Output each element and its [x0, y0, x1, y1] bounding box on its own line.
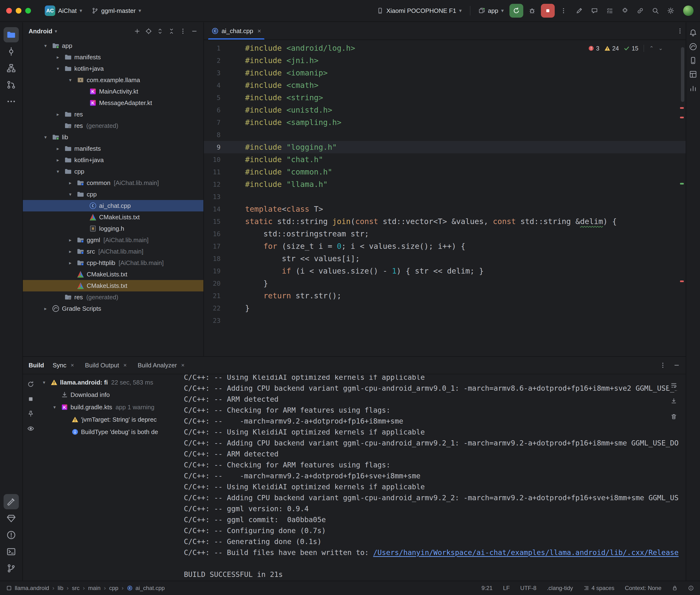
tree-item-manifests[interactable]: ▸ manifests — [23, 51, 203, 63]
commit-tool-button[interactable] — [4, 44, 19, 59]
tree-item-cpp[interactable]: ▾ cpp — [23, 166, 203, 177]
close-tab-icon[interactable]: × — [181, 362, 185, 369]
code-line-14[interactable]: 14 template<class T> — [204, 203, 686, 215]
code-line-5[interactable]: 5 #include <string> — [204, 91, 686, 104]
build-tab-sync[interactable]: Sync × — [51, 357, 76, 374]
context-widget[interactable]: Context: None — [625, 585, 662, 591]
build-console[interactable]: C/C++: -- Using KleidiAI optimized kerne… — [181, 375, 685, 581]
tree-item-kotlin-java[interactable]: ▸ kotlin+java — [23, 154, 203, 166]
tree-item-com-example-llama[interactable]: ▾ com.example.llama — [23, 74, 203, 86]
code-line-23[interactable]: 23 — [204, 314, 686, 327]
tree-item-ggml[interactable]: ▸ ggml [AiChat.lib.main] — [23, 234, 203, 246]
tree-item-app[interactable]: ▾ app — [23, 40, 203, 51]
close-tab-icon[interactable]: × — [123, 362, 127, 369]
main-menu-button[interactable]: AC AiChat ▾ — [41, 4, 86, 18]
chevron-down-icon[interactable]: ▾ — [51, 404, 59, 410]
chevron-down-icon[interactable]: ▾ — [40, 379, 48, 385]
soft-wrap-button[interactable] — [669, 380, 679, 391]
tree-item-src[interactable]: ▸ src [AiChat.lib.main] — [23, 246, 203, 257]
breadcrumb-item-main[interactable]: main — [88, 585, 101, 591]
minimize-window-button[interactable] — [16, 8, 22, 13]
clang-tidy-widget[interactable]: .clang-tidy — [547, 585, 573, 591]
expand-all-button[interactable] — [155, 26, 166, 37]
run-config-selector[interactable]: app ▾ — [475, 4, 508, 18]
tree-item-cmakelists-txt[interactable]: CMakeLists.txt — [23, 211, 203, 223]
code-line-8[interactable]: 8 — [204, 129, 686, 141]
code-line-17[interactable]: 17 for (size_t i = 0; i < values.size();… — [204, 240, 686, 252]
code-line-11[interactable]: 11 #include "common.h" — [204, 166, 686, 178]
hide-build-panel-icon[interactable] — [673, 362, 680, 369]
problems-tool-button[interactable] — [4, 528, 19, 543]
build-tree-item-build-gradle-kts[interactable]: ▾ K build.gradle.kts app 1 warning — [38, 401, 180, 413]
code-line-20[interactable]: 20 } — [204, 277, 686, 289]
build-tab-build-output[interactable]: Build Output × — [84, 357, 128, 374]
build-options-icon[interactable] — [660, 362, 666, 369]
code-line-13[interactable]: 13 — [204, 191, 686, 203]
stop-sync-button[interactable] — [25, 393, 36, 405]
clear-all-button[interactable] — [669, 412, 679, 422]
scrollbar-thumb[interactable] — [681, 47, 684, 102]
terminal-tool-button[interactable] — [4, 544, 19, 559]
line-separator-widget[interactable]: LF — [503, 585, 510, 591]
warnings-chip[interactable]: 24 — [604, 45, 619, 52]
chevron-down-icon[interactable]: ▾ — [66, 77, 74, 83]
code-line-18[interactable]: 18 str << values[i]; — [204, 252, 686, 265]
stripe-mark-error[interactable] — [680, 281, 684, 282]
tree-item-logging-h[interactable]: H logging.h — [23, 223, 203, 234]
code-editor[interactable]: 1 #include <android/log.h> 2 #include <j… — [204, 40, 686, 356]
notifications-tool-button[interactable] — [687, 27, 699, 39]
breadcrumb-item-ai-chat-cpp[interactable]: ai_chat.cpp — [136, 585, 165, 591]
more-tools-tool-button[interactable] — [4, 94, 19, 109]
share-button[interactable] — [633, 4, 647, 18]
build-tree-item-llama-android-fi[interactable]: ▾ llama.android: fi 22 sec, 583 ms — [38, 376, 180, 389]
code-line-15[interactable]: 15 static std::string join(const std::ve… — [204, 215, 686, 228]
pull-requests-tool-button[interactable] — [4, 77, 19, 92]
passed-chip[interactable]: 15 — [623, 45, 638, 52]
chevron-right-icon[interactable]: ▸ — [54, 157, 62, 163]
chevron-right-icon[interactable]: ▸ — [54, 146, 62, 151]
write-access-widget[interactable] — [672, 585, 678, 591]
chevron-down-icon[interactable]: ▾ — [66, 192, 74, 197]
app-inspection-tool-button[interactable] — [4, 511, 19, 526]
chevron-right-icon[interactable]: ▸ — [41, 306, 50, 311]
tree-item-lib[interactable]: ▾ lib — [23, 132, 203, 143]
code-line-12[interactable]: 12 #include "llama.h" — [204, 178, 686, 191]
collapse-all-button[interactable] — [166, 26, 177, 37]
hide-panel-button[interactable] — [189, 26, 200, 37]
ai-chat-button[interactable] — [588, 4, 601, 18]
locate-file-button[interactable] — [143, 26, 155, 37]
ai-edit-button[interactable] — [572, 4, 586, 18]
stripe-mark-success[interactable] — [680, 183, 684, 185]
pin-tab-button[interactable] — [25, 408, 36, 420]
indent-config-widget[interactable]: 4 spaces — [584, 585, 615, 591]
tree-item-ai-chat-cpp[interactable]: C ai_chat.cpp — [23, 200, 203, 211]
breadcrumb-item-llama-android[interactable]: llama.android — [15, 585, 49, 591]
code-line-4[interactable]: 4 #include <cmath> — [204, 79, 686, 91]
chevron-down-icon[interactable]: ▾ — [54, 66, 62, 72]
more-options-button[interactable] — [177, 26, 189, 37]
close-window-button[interactable] — [6, 8, 12, 13]
settings-button[interactable] — [664, 4, 678, 18]
stop-button[interactable] — [541, 4, 555, 18]
structure-tool-button[interactable] — [4, 60, 19, 76]
tree-item-res[interactable]: res (generated) — [23, 120, 203, 132]
run-button[interactable] — [509, 4, 523, 18]
chevron-right-icon[interactable]: ▸ — [66, 249, 74, 254]
close-tab-icon[interactable]: × — [257, 27, 261, 35]
chevron-right-icon[interactable]: ▸ — [54, 54, 62, 60]
vcs-branch-button[interactable]: ggml-master ▾ — [88, 4, 145, 18]
build-tree-item-jvmtarget-string-is-deprec[interactable]: 'jvmTarget: String' is deprec — [38, 413, 180, 426]
inspect-button[interactable] — [25, 423, 36, 434]
breadcrumb-item-lib[interactable]: lib — [58, 585, 63, 591]
tree-item-cpp[interactable]: ▾ cpp — [23, 189, 203, 200]
caret-position-widget[interactable]: 9:21 — [481, 585, 493, 591]
layout-inspector-tool-button[interactable] — [687, 68, 699, 81]
console-file-link[interactable]: /Users/hanyin/Workspace/ai-chat/examples… — [373, 548, 678, 557]
more-run-actions-button[interactable] — [557, 4, 570, 18]
tree-item-cpp-httplib[interactable]: ▸ cpp-httplib [AiChat.lib.main] — [23, 257, 203, 268]
inspections-status-widget[interactable] — [688, 585, 694, 591]
tree-item-manifests[interactable]: ▸ manifests — [23, 143, 203, 154]
tree-item-messageadapter-kt[interactable]: K MessageAdapter.kt — [23, 97, 203, 109]
chevron-right-icon[interactable]: ▸ — [66, 260, 74, 266]
tree-item-kotlin-java[interactable]: ▾ kotlin+java — [23, 63, 203, 74]
